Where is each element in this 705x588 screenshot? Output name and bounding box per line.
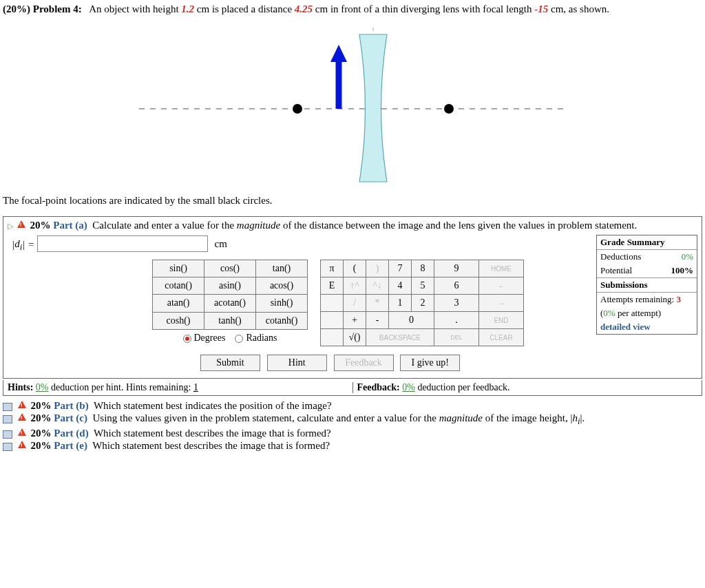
feedback-button: Feedback — [334, 355, 394, 371]
sub-parts: 20% Part (b) Which statement best indica… — [3, 400, 702, 452]
detailed-view-link[interactable]: detailed view — [600, 322, 651, 333]
giveup-button[interactable]: I give up! — [400, 355, 460, 371]
fn-acos[interactable]: acos() — [256, 277, 308, 295]
key-e[interactable]: E — [321, 277, 344, 295]
key-del[interactable]: DEL — [434, 329, 479, 346]
submit-button[interactable]: Submit — [200, 355, 260, 371]
key-sup-down[interactable]: ^↓ — [366, 277, 389, 295]
part-d-row[interactable]: 20% Part (d) Which statement best descri… — [3, 428, 702, 439]
key-lparen[interactable]: ( — [344, 260, 366, 277]
action-row: Submit Hint Feedback I give up! — [200, 355, 697, 371]
collapse-icon[interactable] — [3, 443, 12, 451]
answer-row: |di| = cm — [12, 235, 697, 253]
answer-input[interactable] — [37, 235, 208, 252]
key-rparen[interactable]: ) — [366, 260, 389, 277]
warning-icon — [17, 220, 25, 228]
key-mul[interactable]: * — [366, 295, 389, 312]
collapse-icon[interactable] — [3, 403, 12, 411]
warning-icon — [18, 441, 26, 448]
key-1[interactable]: 1 — [389, 295, 412, 312]
part-b-row[interactable]: 20% Part (b) Which statement best indica… — [3, 400, 702, 412]
key-left[interactable]: ← — [479, 277, 524, 295]
part-a-box: ▷ 20% Part (a) Calculate and enter a val… — [3, 216, 702, 379]
svg-point-2 — [293, 104, 302, 114]
fn-tanh[interactable]: tanh() — [204, 312, 256, 329]
key-0[interactable]: 0 — [389, 312, 434, 329]
key-6[interactable]: 6 — [434, 277, 479, 295]
fn-sin[interactable]: sin() — [153, 260, 204, 277]
problem-statement: (20%) Problem 4: An object with height 1… — [3, 3, 702, 17]
function-pad: sin()cos()tan() cotan()asin()acos() atan… — [152, 260, 308, 346]
key-2[interactable]: 2 — [412, 295, 434, 312]
fn-sinh[interactable]: sinh() — [256, 295, 308, 312]
focal-note: The focal-point locations are indicated … — [3, 195, 702, 207]
key-8[interactable]: 8 — [412, 260, 434, 277]
svg-marker-5 — [330, 45, 347, 62]
key-5[interactable]: 5 — [412, 277, 434, 295]
key-home[interactable]: HOME — [479, 260, 524, 277]
hint-button[interactable]: Hint — [267, 355, 327, 371]
answer-unit: cm — [215, 238, 227, 249]
grade-summary: Grade Summary Deductions0% Potential100%… — [596, 235, 697, 335]
fn-asin[interactable]: asin() — [204, 277, 256, 295]
warning-icon — [18, 401, 26, 408]
key-7[interactable]: 7 — [389, 260, 412, 277]
key-blank2 — [321, 312, 344, 329]
fn-cotan[interactable]: cotan() — [153, 277, 204, 295]
fn-tan[interactable]: tan() — [256, 260, 308, 277]
lens-diagram — [3, 21, 702, 189]
expand-icon[interactable]: ▷ — [8, 222, 13, 230]
fn-atan[interactable]: atan() — [153, 295, 204, 312]
key-plus[interactable]: + — [344, 312, 366, 329]
key-minus[interactable]: - — [366, 312, 389, 329]
fn-cotanh[interactable]: cotanh() — [256, 312, 308, 329]
key-dot[interactable]: . — [434, 312, 479, 329]
hints-bar: Hints: 0% deduction per hint. Hints rema… — [3, 380, 702, 396]
key-sqrt[interactable]: √() — [344, 329, 366, 346]
key-end[interactable]: END — [479, 312, 524, 329]
answer-variable: |di| = — [12, 238, 37, 249]
number-pad: π ( ) 7 8 9 HOME E ↑^ ^↓ 4 5 6 ← / * — [320, 260, 524, 346]
key-3[interactable]: 3 — [434, 295, 479, 312]
part-a-header: ▷ 20% Part (a) Calculate and enter a val… — [8, 220, 697, 231]
key-blank1 — [321, 295, 344, 312]
key-backspace[interactable]: BACKSPACE — [366, 329, 434, 346]
fn-cosh[interactable]: cosh() — [153, 312, 204, 329]
key-9[interactable]: 9 — [434, 260, 479, 277]
part-e-row[interactable]: 20% Part (e) Which statement best descri… — [3, 440, 702, 452]
warning-icon — [18, 413, 26, 421]
fn-cos[interactable]: cos() — [204, 260, 256, 277]
collapse-icon[interactable] — [3, 415, 12, 423]
part-c-row[interactable]: 20% Part (c) Using the values given in t… — [3, 412, 702, 427]
key-blank3 — [321, 329, 344, 346]
key-clear[interactable]: CLEAR — [479, 329, 524, 346]
key-right[interactable]: → — [479, 295, 524, 312]
key-4[interactable]: 4 — [389, 277, 412, 295]
warning-icon — [18, 428, 26, 436]
key-pi[interactable]: π — [321, 260, 344, 277]
key-div[interactable]: / — [344, 295, 366, 312]
radio-radians[interactable] — [235, 335, 243, 343]
radio-degrees[interactable] — [183, 335, 191, 343]
fn-acotan[interactable]: acotan() — [204, 295, 256, 312]
key-sup-up[interactable]: ↑^ — [344, 277, 366, 295]
svg-point-3 — [444, 104, 454, 114]
collapse-icon[interactable] — [3, 430, 12, 439]
